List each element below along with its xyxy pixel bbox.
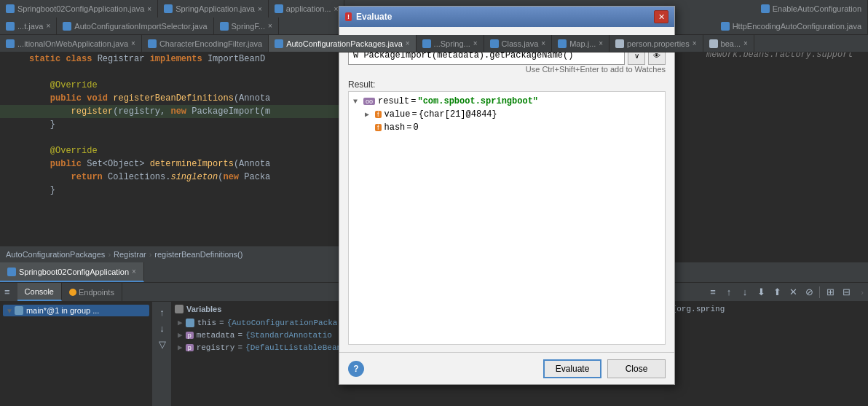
tab-close-icon[interactable]: × xyxy=(334,5,339,13)
variables-icon xyxy=(175,305,184,313)
breadcrumb-separator: › xyxy=(149,250,152,259)
code-line: static class Registrar implements Import… xyxy=(0,52,339,66)
code-line: @Override xyxy=(0,79,339,92)
code-line: } xyxy=(0,118,339,131)
thread-item-main[interactable]: ▼ main*@1 in group ... xyxy=(3,305,149,316)
tab-close-icon[interactable]: × xyxy=(693,39,697,47)
code-line: return Collections.singleton(new Packa xyxy=(0,171,339,184)
align-btn[interactable]: ⊟ xyxy=(839,285,853,300)
footer-buttons: Evaluate Close xyxy=(543,359,666,378)
toolbar-separator xyxy=(819,286,820,298)
var-expand-icon[interactable]: ▶ xyxy=(178,318,183,327)
dialog-titlebar: ! Evaluate ✕ xyxy=(339,7,674,27)
code-editor: static class Registrar implements Import… xyxy=(0,52,339,264)
up-btn[interactable]: ↑ xyxy=(722,285,736,300)
java-file-icon xyxy=(164,4,173,13)
tab-close-icon[interactable]: × xyxy=(473,39,478,47)
console-icon: ≡ xyxy=(4,286,10,297)
subtab-console[interactable]: Console xyxy=(17,283,62,301)
f-badge: f xyxy=(375,111,382,118)
stop2-btn[interactable]: ⊘ xyxy=(802,285,816,300)
code-line xyxy=(0,66,339,79)
properties-file-icon xyxy=(615,39,624,48)
java-file-icon xyxy=(275,39,283,48)
dialog-title-icon: ! xyxy=(345,12,352,21)
tab-close-icon[interactable]: × xyxy=(743,39,748,47)
oo-badge: oo xyxy=(363,98,375,105)
code-line: public void registerBeanDefinitions(Anno… xyxy=(0,92,339,105)
tab-close-icon[interactable]: × xyxy=(268,22,272,30)
java-file-icon xyxy=(558,39,567,48)
tab-mapj[interactable]: Map.j... × xyxy=(552,35,609,52)
help-button[interactable]: ? xyxy=(348,361,364,377)
dialog-close-button[interactable]: ✕ xyxy=(654,10,668,23)
result-item-value: f value = {char[21]@4844} xyxy=(363,108,662,121)
tab-springapplication[interactable]: SpringApplication.java × xyxy=(158,0,269,17)
result-section: Result: oo result = "com.spboot.springbo… xyxy=(348,79,666,345)
tab-close-icon[interactable]: × xyxy=(406,39,410,47)
java-file-icon xyxy=(721,22,730,31)
tab-close-icon[interactable]: × xyxy=(131,39,135,47)
evaluate-button[interactable]: Evaluate xyxy=(543,359,601,378)
format-btn[interactable]: ≡ xyxy=(706,285,720,300)
tab-tjava[interactable]: ...t.java × xyxy=(0,17,57,34)
code-line: public Set<Object> determineImports(Anno… xyxy=(0,157,339,171)
tab-springboot02config[interactable]: Springboot02ConfigApplication.java × xyxy=(0,0,158,17)
result-item-result: oo result = "com.spboot.springboot" xyxy=(352,95,662,108)
file-icon xyxy=(709,39,718,48)
tab-class[interactable]: Class.java × xyxy=(484,35,553,52)
tab-charencfilter[interactable]: CharacterEncodingFilter.java xyxy=(142,35,269,52)
thread-panel: ▼ main*@1 in group ... xyxy=(0,302,153,406)
tab-httpencoding[interactable]: HttpEncodingAutoConfiguration.java xyxy=(715,17,868,34)
result-expand-icon[interactable] xyxy=(353,98,360,106)
tab-close-icon[interactable]: × xyxy=(541,39,545,47)
scroll-right-icon[interactable]: › xyxy=(856,283,868,301)
code-line xyxy=(0,131,339,144)
bottom-tab-close-icon[interactable]: × xyxy=(132,268,136,276)
evaluate-dialog: ! Evaluate ✕ Expression: ∨ 👁 Use Ctrl+Sh… xyxy=(339,6,675,385)
java-file-icon xyxy=(6,4,15,13)
java-file-icon xyxy=(761,4,770,13)
var-expand-icon[interactable]: ▶ xyxy=(178,330,183,340)
java-file-icon xyxy=(148,39,157,48)
tab-spring2[interactable]: ...Spring... × xyxy=(417,35,484,52)
bottom-tab-springboot02[interactable]: Springboot02ConfigApplication × xyxy=(0,262,144,282)
tab-springf[interactable]: SpringF... × xyxy=(214,17,279,34)
tab-close-icon[interactable]: × xyxy=(258,5,262,13)
nav-down-btn[interactable]: ↓ xyxy=(155,321,170,335)
result-label: Result: xyxy=(348,79,666,90)
tab-close-icon[interactable]: × xyxy=(147,5,151,13)
nav-filter-btn[interactable]: ▽ xyxy=(155,337,170,351)
dialog-body: Expression: ∨ 👁 Use Ctrl+Shift+Enter to … xyxy=(339,27,674,352)
tab-application[interactable]: application... × xyxy=(269,0,345,17)
tab-autoimportselector[interactable]: AutoConfigurationImportSelector.java xyxy=(57,17,213,34)
up2-btn[interactable]: ⬆ xyxy=(770,285,784,300)
var-expand-icon[interactable]: ▶ xyxy=(178,343,183,352)
p-badge: p xyxy=(186,344,194,351)
nav-up-btn[interactable]: ↑ xyxy=(155,305,170,319)
stop-btn[interactable]: ✕ xyxy=(786,285,800,300)
bottom-toolbar-btns: ≡ ↑ ↓ ⬇ ⬆ ✕ ⊘ ⊞ ⊟ xyxy=(703,283,856,301)
down-btn[interactable]: ↓ xyxy=(738,285,752,300)
tab-close-icon[interactable]: × xyxy=(599,39,603,47)
tab-enableautoconfig[interactable]: EnableAutoConfiguration xyxy=(755,0,868,17)
tab-bear[interactable]: bea... × xyxy=(703,35,754,52)
tab-personprops[interactable]: person.properties × xyxy=(609,35,703,52)
right-code-panel: y) { metadata: StandardAnno mework.beans… xyxy=(677,35,868,246)
java-file-icon xyxy=(490,39,499,48)
tab-conditionalonweb[interactable]: ...itionalOnWebApplication.java × xyxy=(0,35,142,52)
tab-close-icon[interactable]: × xyxy=(46,22,50,30)
dialog-footer: ? Evaluate Close xyxy=(339,352,674,384)
result-expand-icon[interactable] xyxy=(365,110,372,119)
grid-btn[interactable]: ⊞ xyxy=(823,285,837,300)
thread-icon xyxy=(15,306,23,315)
subtab-endpoints[interactable]: Endpoints xyxy=(62,283,122,301)
java-file-icon xyxy=(6,22,15,31)
java-file-icon xyxy=(6,39,15,48)
down2-btn[interactable]: ⬇ xyxy=(754,285,768,300)
dialog-title-area: ! Evaluate xyxy=(345,12,392,22)
tab-autoconfigpackages[interactable]: AutoConfigurationPackages.java × xyxy=(269,35,416,52)
app-icon xyxy=(7,268,16,276)
java-file-icon xyxy=(220,22,229,31)
close-button[interactable]: Close xyxy=(607,359,666,378)
